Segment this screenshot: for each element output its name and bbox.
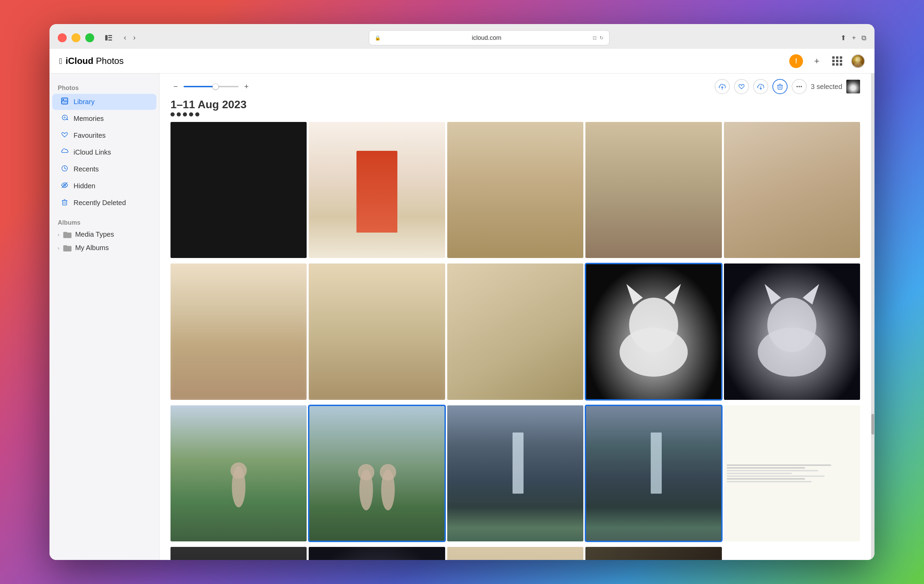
svg-point-16	[799, 86, 800, 87]
memories-icon	[61, 114, 69, 123]
refresh-icon[interactable]: ↻	[599, 35, 604, 41]
favourites-icon	[61, 131, 69, 140]
app-logo:  iCloud Photos	[59, 56, 124, 66]
my-albums-chevron: ›	[58, 245, 59, 251]
back-button[interactable]: ‹	[122, 33, 128, 43]
zoom-thumb	[213, 84, 219, 90]
svg-point-10	[64, 117, 66, 118]
hidden-icon	[61, 181, 69, 191]
svg-rect-3	[108, 39, 112, 41]
photo-cell-15[interactable]	[724, 405, 860, 541]
address-bar-container: 🔒 icloud.com ⊡ ↻	[144, 30, 835, 45]
scrollbar-track[interactable]	[871, 74, 874, 560]
recents-label: Recents	[74, 165, 99, 173]
sidebar-item-favourites[interactable]: Favourites	[52, 127, 157, 143]
sidebar-item-recently-deleted[interactable]: Recently Deleted	[52, 195, 157, 211]
svg-point-27	[230, 462, 247, 479]
favourites-label: Favourites	[74, 132, 106, 140]
photo-cell-1[interactable]	[170, 122, 307, 258]
sidebar-toggle-button[interactable]	[102, 33, 115, 43]
share-button[interactable]: ⬆	[840, 34, 846, 42]
albums-section-label: Albums	[50, 216, 159, 228]
browser-chrome: ‹ › 🔒 icloud.com ⊡ ↻ ⬆ + ⧉	[50, 24, 874, 49]
photo-cell-5[interactable]	[724, 122, 860, 258]
new-tab-button[interactable]: +	[852, 34, 856, 42]
sidebar-item-library[interactable]: Library	[52, 94, 157, 110]
close-button[interactable]	[58, 33, 67, 42]
minimize-button[interactable]	[71, 33, 81, 42]
photo-cell-6[interactable]	[170, 263, 307, 400]
icloud-links-label: iCloud Links	[74, 148, 111, 156]
url-text: icloud.com	[383, 35, 590, 41]
library-label: Library	[74, 98, 94, 106]
photo-cell-3[interactable]	[447, 122, 583, 258]
svg-marker-21	[665, 284, 681, 304]
photo-cell-9[interactable]	[586, 263, 721, 400]
svg-marker-25	[803, 284, 819, 304]
photo-area: − +	[160, 74, 871, 560]
photo-cell-18[interactable]	[447, 547, 583, 560]
brand-label: iCloud Photos	[66, 56, 124, 66]
photo-grid-row4	[160, 544, 871, 560]
photo-cell-11[interactable]	[170, 405, 307, 541]
library-icon	[61, 97, 69, 107]
zoom-controls: − +	[170, 81, 252, 92]
svg-point-29	[358, 464, 375, 480]
browser-window: ‹ › 🔒 icloud.com ⊡ ↻ ⬆ + ⧉ 	[50, 24, 874, 560]
sidebar-item-hidden[interactable]: Hidden	[52, 178, 157, 194]
add-button[interactable]: +	[810, 54, 823, 68]
browser-actions: ⬆ + ⧉	[840, 34, 866, 42]
photo-cell-12[interactable]	[309, 405, 445, 541]
recents-icon	[61, 165, 69, 174]
svg-marker-24	[764, 284, 781, 304]
photo-cell-17[interactable]	[309, 547, 445, 560]
sidebar-item-memories[interactable]: Memories	[52, 110, 157, 127]
address-bar[interactable]: 🔒 icloud.com ⊡ ↻	[369, 30, 609, 45]
photo-cell-14[interactable]	[586, 405, 721, 541]
reader-icon: ⊡	[592, 35, 597, 41]
sidebar-item-my-albums[interactable]: › My Albums	[50, 241, 159, 255]
apps-grid-button[interactable]	[830, 54, 844, 68]
traffic-lights	[58, 33, 94, 42]
lock-icon: 🔒	[375, 35, 381, 41]
photo-cell-13[interactable]	[447, 405, 583, 541]
alert-button[interactable]: !	[789, 54, 803, 68]
svg-point-17	[800, 86, 802, 87]
forward-button[interactable]: ›	[131, 33, 137, 43]
sidebar-item-media-types[interactable]: › Media Types	[50, 228, 159, 241]
delete-button[interactable]	[772, 79, 787, 94]
more-button[interactable]	[792, 79, 807, 94]
tabs-button[interactable]: ⧉	[861, 34, 866, 42]
date-header: 1–11 Aug 2023	[160, 94, 871, 119]
sidebar-item-icloud-links[interactable]: iCloud Links	[52, 144, 157, 160]
my-albums-folder-icon	[63, 244, 72, 252]
download-button[interactable]	[753, 79, 768, 94]
fullscreen-button[interactable]	[85, 33, 94, 42]
photo-cell-8[interactable]	[447, 263, 583, 400]
photo-cell-16[interactable]	[170, 547, 307, 560]
apple-icon: 	[59, 56, 62, 66]
photo-cell-4[interactable]	[586, 122, 721, 258]
zoom-out-button[interactable]: −	[170, 81, 181, 92]
svg-point-9	[63, 99, 64, 100]
photo-cell-10[interactable]	[724, 263, 860, 400]
photo-grid-row1	[160, 119, 871, 261]
scrollbar-thumb[interactable]	[871, 414, 874, 434]
photo-cell-7[interactable]	[309, 263, 445, 400]
selected-count: 3 selected	[811, 83, 842, 91]
photo-cell-2[interactable]	[309, 122, 445, 258]
svg-marker-20	[626, 284, 643, 304]
upload-to-cloud-button[interactable]	[714, 79, 730, 94]
zoom-slider[interactable]	[183, 86, 239, 87]
svg-rect-1	[108, 35, 112, 36]
photo-actions: 3 selected	[714, 79, 860, 94]
photo-grid-row2	[160, 261, 871, 402]
zoom-in-button[interactable]: +	[241, 81, 252, 92]
user-avatar[interactable]	[851, 54, 865, 68]
svg-rect-14	[778, 85, 782, 89]
favourite-button[interactable]	[734, 79, 749, 94]
photo-cell-19[interactable]	[586, 547, 721, 560]
sidebar-item-recents[interactable]: Recents	[52, 161, 157, 177]
sidebar: Photos Library	[50, 74, 160, 560]
main-body: Photos Library	[50, 74, 874, 560]
